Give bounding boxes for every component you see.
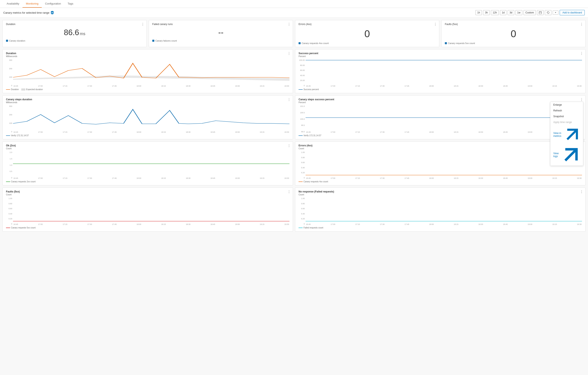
card-faults-menu[interactable]: ⋮: [580, 22, 583, 26]
card-duration-unit: ms: [80, 32, 85, 36]
chart-steps-duration-title: Canary steps duration: [6, 98, 289, 101]
chart-steps-success-subtitle: Percent: [299, 101, 582, 104]
card-failed-title: Failed canary runs: [152, 23, 289, 26]
chart-panel-faults-5xx: Faults (5xx) Count ⋮ 1.000.800.600.400.2…: [2, 188, 293, 232]
chart-steps-duration-menu[interactable]: ⋮: [287, 97, 291, 101]
chart-faults-subtitle: Count: [6, 193, 289, 196]
legend-faults: Canary requests 5xx count: [6, 226, 36, 229]
legend-success-line: [299, 89, 303, 90]
chart-duration-yaxis: 3002001000: [6, 59, 12, 87]
card-faults-title: Faults (5xx): [445, 23, 582, 26]
legend-expected-label: Expected duration: [26, 88, 43, 91]
chart-steps-duration-xaxis: 16:4517:0017:1517:3017:4518:0018:1518:30…: [13, 131, 289, 133]
card-failed-value: --: [218, 28, 223, 37]
chart-errors-4xx-yaxis: 1.000.800.600.400.200: [299, 151, 305, 179]
chart-duration-legend: Duration Expected duration: [6, 88, 289, 91]
tab-monitoring[interactable]: Monitoring: [22, 0, 42, 8]
chart-steps-success-menu[interactable]: ⋮: [580, 97, 583, 101]
tab-tags[interactable]: Tags: [64, 0, 76, 8]
chart-steps-success-yaxis: 101.0100.5100.099.599.0: [299, 105, 305, 133]
legend-duration-line: [6, 89, 10, 90]
chart-success-title: Success percent: [299, 52, 582, 55]
legend-errors-4xx-label: Canary requests 4xx count: [304, 181, 328, 183]
ctx-apply-time-range: Apply time range: [550, 119, 583, 125]
chart-success-body: 16:4517:0017:1517:3017:4518:0018:1518:30…: [305, 59, 582, 87]
ctx-view-metrics[interactable]: View in metrics: [550, 125, 583, 144]
card-failed-menu[interactable]: ⋮: [287, 22, 291, 26]
time-custom-btn[interactable]: Custom: [524, 10, 536, 15]
context-menu: Enlarge Refresh Snapshot Apply time rang…: [550, 102, 583, 166]
failed-legend-dot: [152, 40, 154, 42]
card-errors-value: 0: [365, 28, 370, 39]
ctx-refresh[interactable]: Refresh: [550, 108, 583, 114]
legend-steps-success-line: [299, 135, 303, 136]
time-1w-btn[interactable]: 1w: [515, 10, 522, 15]
chart-ok-legend: Canary requests 2xx count: [6, 181, 289, 183]
chart-ok-title: Ok (2xx): [6, 144, 289, 147]
chart-duration-title: Duration: [6, 52, 289, 55]
chart-no-response-body: 16:4517:0017:1517:3017:4518:0018:1518:30…: [305, 197, 582, 225]
info-badge[interactable]: Info: [51, 11, 54, 14]
chart-faults-menu[interactable]: ⋮: [287, 190, 291, 194]
chart-panel-errors-4xx: Errors (4xx) Count ⋮ 1.000.800.600.400.2…: [295, 141, 586, 185]
time-1d-btn[interactable]: 1d: [500, 10, 506, 15]
errors-legend-dot: [299, 42, 301, 44]
tab-availability[interactable]: Availability: [3, 0, 22, 8]
refresh-btn[interactable]: [545, 10, 551, 15]
card-duration-title: Duration: [6, 23, 143, 26]
card-duration-legend: Canary duration: [6, 40, 143, 42]
legend-faults-label: Canary requests 5xx count: [11, 226, 36, 229]
duration-legend-dot: [6, 40, 8, 42]
page-title: Canary metrics for selected time range: [3, 11, 49, 14]
chart-faults-xaxis: 16:4517:0017:1517:3017:4518:0018:1518:30…: [13, 223, 289, 225]
legend-steps-duration: Verify 172.31.14.57: [6, 134, 29, 137]
chart-steps-success-xaxis: 16:4517:0017:1517:3017:4518:0018:1518:30…: [305, 131, 582, 133]
chart-errors-4xx-xaxis: 16:4517:0017:1517:3017:4518:0018:1518:30…: [305, 177, 582, 179]
chart-steps-duration-legend: Verify 172.31.14.57: [6, 134, 289, 137]
add-dashboard-btn[interactable]: Add to dashboard: [560, 10, 585, 15]
card-errors-title: Errors (4xx): [299, 23, 436, 26]
chart-success-menu[interactable]: ⋮: [580, 52, 583, 55]
card-duration-value: 86.6: [64, 28, 79, 37]
card-duration-menu[interactable]: ⋮: [141, 22, 144, 26]
time-1h-btn[interactable]: 1h: [475, 10, 482, 15]
ctx-enlarge[interactable]: Enlarge: [550, 102, 583, 108]
chart-ok-menu[interactable]: ⋮: [287, 144, 291, 148]
legend-ok-line: [6, 182, 10, 182]
header-controls: 1h 3h 12h 1d 3d 1w Custom Add to dashboa…: [475, 10, 585, 15]
chart-no-response-xaxis: 16:4517:0017:1517:3017:4518:0018:1518:30…: [305, 223, 582, 225]
summary-row: Duration ⋮ 86.6 ms Canary duration Faile…: [2, 20, 586, 47]
time-3d-btn[interactable]: 3d: [508, 10, 514, 15]
main-content: Duration ⋮ 86.6 ms Canary duration Faile…: [0, 18, 588, 234]
chart-faults-legend: Canary requests 5xx count: [6, 226, 289, 229]
chart-errors-4xx-body: 16:4517:0017:1517:3017:4518:0018:1518:30…: [305, 151, 582, 179]
card-faults-legend: Canary requests 5xx count: [445, 42, 582, 44]
card-errors-menu[interactable]: ⋮: [434, 22, 437, 26]
chart-errors-4xx-subtitle: Count: [299, 147, 582, 150]
time-3h-btn[interactable]: 3h: [483, 10, 489, 15]
chart-no-response-menu[interactable]: ⋮: [580, 190, 583, 194]
chart-ok-area: 2.01.51.00.50 16:4517:0017:1517:3017:451…: [6, 151, 289, 179]
dropdown-btn[interactable]: [553, 11, 558, 15]
legend-faults-line: [6, 228, 10, 228]
calendar-icon-btn[interactable]: [537, 10, 544, 15]
card-errors-legend: Canary requests 4xx count: [299, 42, 436, 44]
legend-expected-duration: Expected duration: [21, 88, 43, 91]
chart-ok-xaxis: 16:4517:0017:1517:3017:4518:0018:1518:30…: [13, 177, 289, 179]
tab-configuration[interactable]: Configuration: [42, 0, 64, 8]
legend-expected-area: [21, 88, 25, 91]
faults-legend-dot: [445, 42, 447, 44]
legend-success-label: Success percent: [304, 88, 319, 91]
chart-no-response-title: No response (Failed requests): [299, 190, 582, 193]
ctx-view-logs[interactable]: View logs: [550, 144, 583, 166]
ctx-snapshot[interactable]: Snapshot: [550, 114, 583, 119]
chart-duration-subtitle: Milliseconds: [6, 55, 289, 57]
chart-steps-duration-yaxis: 3002001000: [6, 105, 12, 133]
chart-steps-success-area: 101.0100.5100.099.599.0 16:4517:0017:151…: [299, 105, 582, 133]
chart-duration-menu[interactable]: ⋮: [287, 52, 291, 55]
chart-steps-success-body: 16:4517:0017:1517:3017:4518:0018:1518:30…: [305, 105, 582, 133]
time-12h-btn[interactable]: 12h: [491, 10, 499, 15]
svg-rect-0: [539, 11, 542, 14]
chart-no-response-subtitle: Count: [299, 193, 582, 196]
chart-steps-duration-subtitle: Milliseconds: [6, 101, 289, 104]
